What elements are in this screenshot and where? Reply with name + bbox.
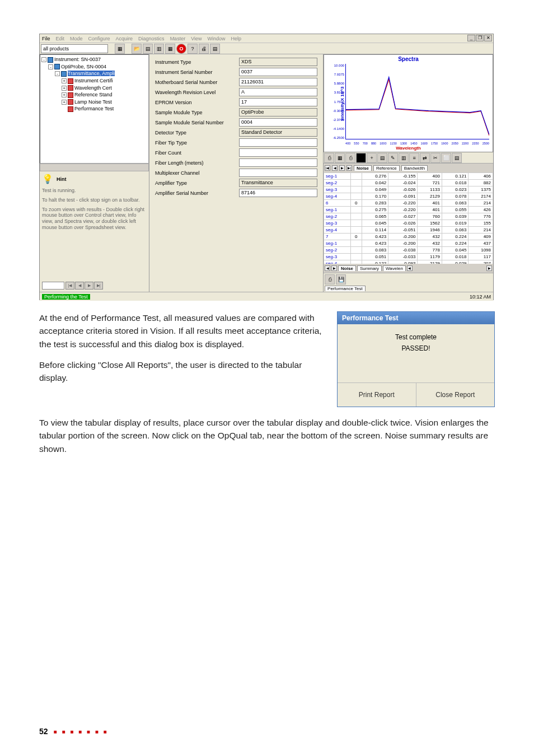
minimize-button[interactable]: _ [467,35,475,41]
save-icon[interactable]: 💾 [336,274,346,284]
tab-noise[interactable]: Noise [338,265,356,271]
tree-label[interactable]: Performance Test [74,106,114,111]
print-icon[interactable]: ⎙ [325,274,335,284]
menu-configure[interactable]: Configure [88,36,110,41]
table-row[interactable]: 600.283-0.2204010.063214 [324,200,493,207]
field-value[interactable] [239,148,317,157]
field-value[interactable]: 0004 [239,118,317,127]
table-row[interactable]: seg-30.045-0.02615620.019155 [324,220,493,227]
tab-nav[interactable]: ▶ [339,165,345,171]
tab-summary[interactable]: Summary [357,265,382,271]
nav-first[interactable]: |◀ [65,282,74,290]
tool-btn[interactable]: ▦ [335,153,345,163]
nav-next[interactable]: ▶ [85,282,93,290]
menu-file[interactable]: File [42,36,50,41]
tab-noise[interactable]: Noise [354,165,372,171]
tree-label[interactable]: Reference Stand [74,92,113,97]
tab-nav[interactable]: ▶ [486,265,492,271]
menu-diagnostics[interactable]: Diagnostics [138,36,165,41]
menu-view[interactable]: View [191,36,202,41]
results-table[interactable]: seg-10.276-0.1554000.121406seg-20.042-0.… [324,172,493,264]
expander-icon[interactable]: - [41,57,46,62]
menu-master[interactable]: Master [170,36,186,41]
toolbar-btn-open[interactable]: 📂 [132,44,142,54]
tool-btn[interactable]: ⎙ [345,153,355,163]
tab-reference[interactable]: Reference [373,165,400,171]
menu-help[interactable]: Help [231,36,242,41]
tab-nav[interactable]: ◀ [407,265,413,271]
stop-button[interactable]: O [176,44,186,54]
field-value[interactable]: A [239,88,317,96]
table-row[interactable]: 700.423-0.2004320.224409 [324,234,493,240]
spectra-plot[interactable]: Spectra Intensity X 10^3 10.0007.93755.8… [324,54,493,152]
help-button[interactable]: ? [188,44,198,54]
table-row[interactable]: seg-10.276-0.1554000.121406 [324,173,493,180]
field-value[interactable]: 21126031 [239,78,317,86]
tab-nav[interactable]: ▶| [346,165,352,171]
tab-nav[interactable]: |◀ [325,165,330,171]
menu-mode[interactable]: Mode [70,36,83,41]
tree-label[interactable]: OptiProbe, SN-0004 [61,64,106,69]
tool-btn[interactable]: ▤ [377,153,387,163]
field-value[interactable]: 0037 [239,68,317,76]
expander-icon[interactable]: + [62,78,67,83]
print-report-button[interactable]: Print Report [338,383,416,407]
table-row[interactable]: seg-20.065-0.0277600.039776 [324,213,493,220]
toolbar-btn-3[interactable]: ▥ [154,44,164,54]
toolbar-btn-1[interactable]: ▦ [115,44,125,54]
toolbar-btn-2[interactable]: ▤ [143,44,153,54]
tab-performance-test[interactable]: Performance Test [325,286,366,291]
tree-label[interactable]: Transmittance, Ampli [68,71,115,76]
table-row[interactable]: seg-20.042-0.0247210.018882 [324,180,493,186]
field-value[interactable] [239,158,317,167]
tab-wavelen[interactable]: Wavelen [383,265,406,271]
close-report-button[interactable]: Close Report [416,383,495,407]
table-row[interactable]: seg-40.170-0.09121290.0782174 [324,193,493,200]
table-row[interactable]: seg-30.051-0.03311790.018117 [324,254,493,260]
expander-icon[interactable]: - [55,71,60,76]
expander-icon[interactable]: + [62,86,67,91]
tool-btn[interactable]: ⎙ [324,153,334,163]
tool-btn[interactable]: ▥ [399,153,409,163]
tree-label[interactable]: Lamp Noise Test [74,99,112,105]
tree-label[interactable]: Instrument: SN-0037 [54,57,101,62]
tool-btn[interactable]: ✂ [430,153,441,163]
horizontal-scrollbar[interactable] [40,164,149,171]
tool-btn[interactable] [356,153,366,163]
nav-prev[interactable]: ◀ [75,282,84,290]
tab-nav[interactable]: ▶ [331,265,337,271]
table-row[interactable]: seg-40.122-0.09321290.029207 [324,260,493,264]
close-button[interactable]: ✕ [484,35,492,41]
nav-last[interactable]: ▶| [94,282,103,290]
menu-edit[interactable]: Edit [56,36,65,41]
tool-btn[interactable]: ⇄ [420,153,430,163]
table-row[interactable]: seg-10.275-0.2204010.055426 [324,207,493,213]
table-row[interactable]: seg-30.049-0.02611330.0231375 [324,186,493,193]
tab-nav[interactable]: ◀ [332,165,338,171]
tool-btn[interactable]: ≡ [409,153,419,163]
expander-icon[interactable]: + [62,92,67,97]
menu-acquire[interactable]: Acquire [116,36,133,41]
tool-btn[interactable]: + [367,153,377,163]
toolbar-btn-4[interactable]: ▦ [165,44,175,54]
field-value[interactable] [239,169,317,177]
maximize-button[interactable]: ❐ [476,35,484,41]
tree-label[interactable]: Instrument Certifi [74,78,113,83]
menu-window[interactable]: Window [208,36,226,41]
expander-icon[interactable]: - [48,64,53,69]
tool-btn[interactable]: ✎ [388,153,398,163]
field-value[interactable]: 17 [239,98,317,106]
toolbar-btn-5[interactable]: ▤ [210,44,220,54]
hint-select[interactable] [42,282,64,290]
tool-btn[interactable]: ▤ [452,153,462,163]
expander-icon[interactable]: + [62,100,67,105]
field-value[interactable] [239,138,317,147]
tool-btn[interactable]: ⬜ [441,153,451,163]
tab-nav[interactable]: ◀ [325,265,330,271]
tree-label[interactable]: Wavelength Cert [74,85,112,91]
table-row[interactable]: seg-40.114-0.05119460.063214 [324,227,493,234]
table-row[interactable]: seg-10.423-0.2004320.224437 [324,240,493,247]
product-combo[interactable]: all products [41,44,108,53]
toolbar-btn-print[interactable]: 🖨 [199,44,209,54]
tab-bandwidth[interactable]: Bandwidth [401,165,428,171]
